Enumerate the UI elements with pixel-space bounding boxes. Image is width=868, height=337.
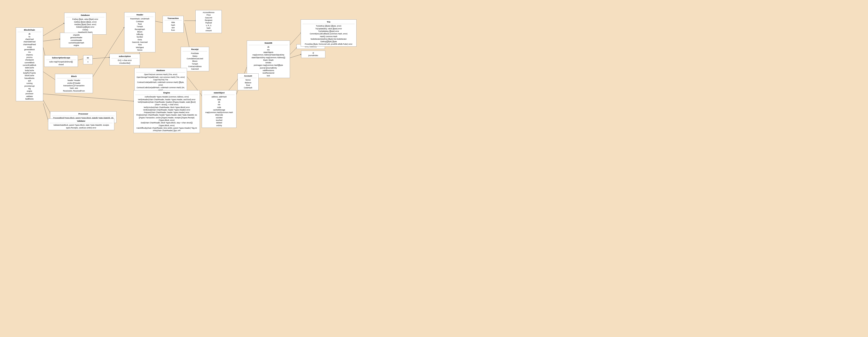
validator-box: Validator ValidateStateBlock, parent *ty… (48, 118, 114, 130)
database-box: Database Put(key []byte, value []byte) e… (64, 13, 106, 35)
svg-line-14 (289, 48, 297, 55)
svg-line-17 (43, 94, 134, 101)
block-box: Block header *Header uncles []*Header tr… (55, 74, 93, 93)
svg-line-18 (43, 100, 51, 113)
txdata-box: AccountNonce Price GasLimit Recipient Pa… (195, 10, 222, 33)
receipt-box: Receipt PostState Status CumulativeGasUs… (181, 47, 209, 71)
chaindb-box: chainDb genesisHeader currentHeader curr… (60, 33, 93, 48)
statedb-box: StateDB db trie stateObjects map[common.… (247, 40, 290, 78)
revision-box: id journalIndex (301, 51, 326, 58)
svg-line-15 (289, 54, 301, 58)
svg-line-7 (155, 21, 163, 23)
svg-line-16 (289, 33, 301, 45)
svg-line-4 (93, 57, 110, 59)
state-object-box: stateObject address, addrHash data db tr… (202, 90, 237, 128)
trie-box: Trie TryGetKey ([]byte) ([]byte, error) … (301, 20, 356, 47)
engine-box: Engine Author(header *types.Header) (com… (133, 90, 200, 133)
svg-line-11 (184, 23, 189, 49)
database-title: Database (66, 14, 104, 17)
blockchain-box: BlockChain db hc chainFeed chainSideFeed… (16, 27, 43, 101)
svg-line-1 (43, 39, 60, 41)
subscription-box: subscription Err() <-chan error Unsubscr… (110, 54, 140, 65)
svg-line-19 (43, 103, 49, 121)
sc-box: sc s (83, 55, 93, 64)
svg-line-5 (43, 72, 56, 80)
subscription-scope-box: SubscriptionScope subs map[*ScopeSubStru… (44, 55, 78, 67)
svg-line-6 (93, 27, 124, 77)
transaction-box: Transaction data hash size from (162, 16, 184, 33)
account-box: Account Nonce Balance Root CodeHash (238, 74, 258, 90)
header-box: Header ParentHash, UncleHash Coinbase Ro… (124, 12, 155, 52)
